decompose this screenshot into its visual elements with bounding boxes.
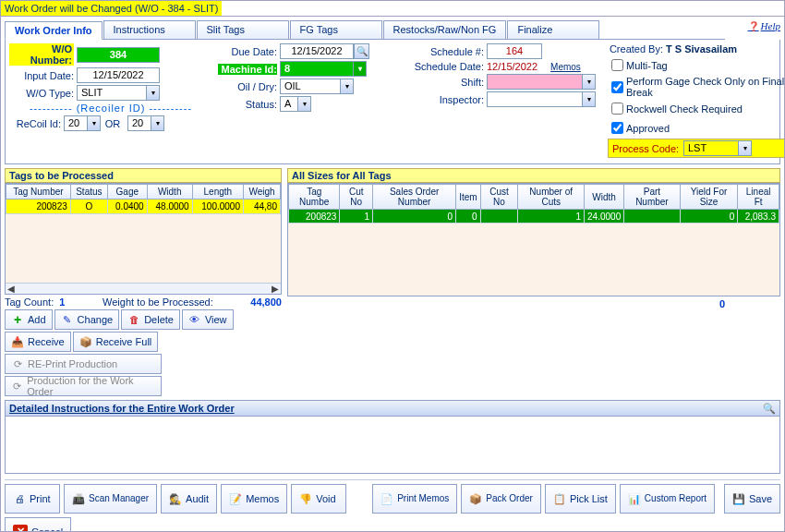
col-r-cuts[interactable]: Number of Cuts — [518, 185, 585, 210]
change-button[interactable]: ✎Change — [54, 309, 120, 330]
wo-number-field[interactable]: 384 — [77, 47, 160, 63]
tab-strip: Work Order Info Instructions Slit Tags F… — [5, 20, 725, 40]
rcell-cutno: 1 — [340, 210, 373, 224]
help-link[interactable]: Help — [748, 20, 780, 31]
col-r-cust[interactable]: Cust No — [480, 185, 518, 210]
scan-button[interactable]: 📠Scan Manager — [64, 484, 157, 514]
detail-instructions-body[interactable] — [5, 417, 780, 474]
col-weight[interactable]: Weigh — [244, 185, 281, 200]
col-tag-number[interactable]: Tag Number — [6, 185, 71, 200]
status-dropdown[interactable]: ▾ — [298, 96, 311, 112]
col-r-cutno[interactable]: Cut No — [340, 185, 373, 210]
recoil-b-dropdown[interactable]: ▾ — [151, 115, 164, 131]
col-r-part[interactable]: Part Number — [624, 185, 680, 210]
multi-tag-label: Multi-Tag — [626, 60, 668, 71]
cell-width: 48.0000 — [147, 200, 192, 214]
view-button[interactable]: 👁View — [182, 309, 234, 330]
custom-report-button[interactable]: 📊Custom Report — [620, 484, 715, 514]
col-width[interactable]: Width — [147, 185, 192, 200]
col-status[interactable]: Status — [70, 185, 107, 200]
approved-checkbox[interactable] — [611, 122, 623, 134]
eye-icon: 👁 — [188, 313, 201, 326]
recoil-id-label: ReCoil Id: — [9, 118, 61, 129]
scroll-left-icon[interactable]: ◀ — [7, 284, 15, 294]
detail-instructions-header[interactable]: Detailed Instructions for the Entire Wor… — [5, 400, 780, 417]
rcell-width: 24.0000 — [585, 210, 624, 224]
scroll-right-icon[interactable]: ▶ — [272, 284, 279, 294]
recoiler-id-label: ---------- (Recoiler ID) ---------- — [30, 103, 192, 114]
oil-dry-dropdown[interactable]: ▾ — [341, 79, 354, 94]
shift-field[interactable] — [487, 74, 583, 90]
col-r-tag[interactable]: Tag Numbe — [289, 185, 340, 210]
memos-link[interactable]: Memos — [550, 62, 581, 72]
tab-finalize[interactable]: Finalize — [507, 20, 599, 39]
process-code-dropdown[interactable]: ▾ — [739, 140, 752, 156]
rockwell-checkbox[interactable] — [611, 103, 623, 115]
shift-dropdown[interactable]: ▾ — [583, 74, 596, 90]
print-memos-icon: 📄 — [380, 492, 393, 505]
wo-type-field[interactable]: SLIT — [77, 85, 147, 101]
schedule-no-label: Schedule #: — [408, 46, 484, 57]
col-r-so[interactable]: Sales Order Number — [373, 185, 456, 210]
due-date-field[interactable]: 12/15/2022 — [280, 43, 354, 59]
process-code-field[interactable]: LST — [683, 140, 739, 156]
inspector-dropdown[interactable]: ▾ — [583, 91, 596, 107]
pick-list-button[interactable]: 📋Pick List — [545, 484, 616, 514]
status-field[interactable]: A — [280, 96, 298, 112]
inspector-field[interactable] — [487, 91, 583, 107]
audit-button[interactable]: 🕵️Audit — [161, 484, 217, 514]
wo-type-dropdown[interactable]: ▾ — [147, 85, 160, 101]
right-grid-row[interactable]: 200823 1 0 0 1 24.0000 0 2,083.3 — [289, 210, 779, 224]
tab-restocks[interactable]: Restocks/Raw/Non FG — [383, 20, 507, 39]
shift-label: Shift: — [408, 77, 484, 88]
col-gage[interactable]: Gage — [107, 185, 147, 200]
magnify-icon[interactable]: 🔍 — [763, 403, 776, 415]
x-icon: ✕ — [13, 525, 28, 533]
save-button[interactable]: 💾Save — [724, 484, 780, 514]
recoil-b-field[interactable]: 20 — [127, 115, 151, 131]
print-memos-button[interactable]: 📄Print Memos — [372, 484, 457, 514]
memos-button[interactable]: 📝Memos — [221, 484, 287, 514]
void-icon: 👎 — [299, 492, 312, 505]
input-date-field[interactable]: 12/15/2022 — [77, 67, 160, 83]
multi-tag-checkbox[interactable] — [611, 59, 623, 71]
void-button[interactable]: 👎Void — [291, 484, 346, 514]
cell-weight: 44,80 — [244, 200, 281, 214]
receive-full-button[interactable]: 📦Receive Full — [73, 332, 159, 352]
print-button[interactable]: 🖨Print — [5, 484, 60, 514]
scanner-icon: 📠 — [72, 492, 85, 505]
pack-button[interactable]: 📦Pack Order — [461, 484, 541, 514]
col-r-item[interactable]: Item — [456, 185, 480, 210]
process-code-label: Process Code: — [612, 143, 681, 154]
col-r-yield[interactable]: Yield For Size — [680, 185, 738, 210]
oil-dry-field[interactable]: OIL — [280, 79, 341, 94]
col-r-width[interactable]: Width — [585, 185, 624, 210]
receive-button[interactable]: 📥Receive — [5, 332, 71, 352]
due-date-calendar-icon[interactable]: 🔍 — [354, 43, 369, 59]
col-r-lineal[interactable]: Lineal Ft — [738, 185, 779, 210]
recoil-a-field[interactable]: 20 — [64, 115, 88, 131]
tab-fg-tags[interactable]: FG Tags — [290, 20, 382, 39]
add-button[interactable]: +Add — [5, 309, 53, 330]
tab-slit-tags[interactable]: Slit Tags — [197, 20, 289, 39]
production-button[interactable]: ⟳Production for the Work Order — [5, 376, 162, 396]
delete-button[interactable]: 🗑Delete — [121, 309, 180, 330]
wo-number-label: W/O Number: — [9, 43, 74, 66]
left-grid-row[interactable]: 200823 O 0.0400 48.0000 100.0000 44,80 — [6, 200, 281, 214]
printer-icon: 🖨 — [13, 492, 26, 505]
reprint-button[interactable]: ⟳RE-Print Production — [5, 354, 162, 374]
left-grid-title: Tags to be Processed — [5, 168, 282, 183]
machine-id-field[interactable]: 8 — [280, 61, 354, 77]
schedule-no-field[interactable]: 164 — [487, 43, 542, 59]
tab-instructions[interactable]: Instructions — [103, 20, 196, 39]
cancel-button[interactable]: ✕Cancel — [5, 517, 71, 533]
recoil-a-dropdown[interactable]: ▾ — [88, 115, 101, 131]
tag-count-value: 1 — [59, 296, 65, 308]
tab-work-order-info[interactable]: Work Order Info — [5, 21, 103, 40]
tag-count-label: Tag Count: — [5, 296, 54, 308]
machine-id-dropdown[interactable]: ▾ — [354, 61, 367, 77]
inspector-label: Inspector: — [408, 94, 484, 105]
rcell-yield: 0 — [680, 210, 738, 224]
gage-check-checkbox[interactable] — [611, 81, 623, 93]
col-length[interactable]: Length — [192, 185, 243, 200]
